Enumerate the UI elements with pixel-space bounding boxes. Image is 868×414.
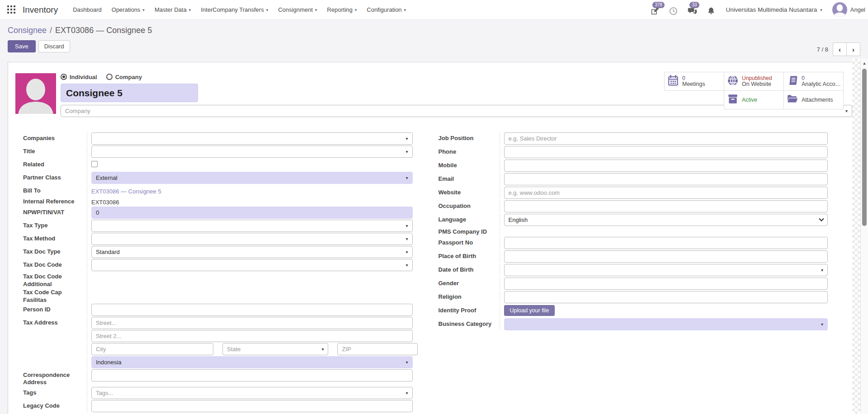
app-name[interactable]: Inventory (23, 5, 58, 15)
tax-doc-code-select[interactable]: ▾ (91, 259, 413, 271)
meetings-label: Meetings (682, 81, 705, 87)
tags-select[interactable]: Tags...▾ (91, 387, 413, 399)
pager-prev-button[interactable]: ‹ (833, 42, 847, 56)
notifications-button[interactable] (703, 1, 719, 18)
field-control-bill-to: EXT03086 — Consignee 5 (87, 185, 413, 195)
save-button[interactable]: Save (8, 40, 36, 52)
chevron-down-icon: ▾ (315, 8, 317, 12)
gender-input[interactable] (504, 278, 828, 290)
nav-item-master-data[interactable]: Master Data▾ (150, 0, 196, 19)
related-checkbox[interactable] (91, 161, 98, 167)
phone-input[interactable] (504, 146, 828, 158)
partner-class-select[interactable]: External▾ (91, 172, 413, 184)
breadcrumb-link[interactable]: Consignee (8, 26, 47, 35)
business-category-select[interactable]: ▾ (504, 318, 828, 330)
vertical-scrollbar[interactable]: ▲ (860, 59, 868, 414)
tax-method-select[interactable]: ▾ (91, 233, 413, 245)
chevron-down-icon: ▾ (403, 236, 408, 241)
job-position-input[interactable] (504, 132, 828, 145)
legacy-code-input[interactable] (91, 400, 413, 412)
company-name: Universitas Multimedia Nusantara (726, 6, 817, 13)
person-id-input[interactable] (91, 304, 413, 316)
tax-doc-type-select[interactable]: Standard▾ (91, 246, 413, 258)
analytic-accounts-button[interactable]: 0Analytic Acco… (783, 72, 844, 91)
record-avatar[interactable] (15, 73, 56, 114)
nav-item-dashboard[interactable]: Dashboard (68, 0, 107, 19)
field-row-tags: TagsTags...▾ (15, 387, 413, 399)
field-row-website: Website (431, 187, 828, 199)
chevron-down-icon: ▾ (403, 136, 408, 141)
smart-buttons: 0MeetingsUnpublishedOn Website0Analytic … (665, 72, 844, 109)
field-control-tax-doc-code-additional (87, 272, 413, 288)
place-of-birth-input[interactable] (504, 250, 828, 263)
tax-type-select[interactable]: ▾ (91, 220, 413, 232)
npwp-tin-vat-input[interactable] (91, 207, 413, 219)
bill-to-link[interactable]: EXT03086 — Consignee 5 (91, 186, 161, 195)
nav-item-label: Consignment (278, 6, 313, 13)
record-name-input[interactable] (61, 84, 198, 102)
discard-button[interactable]: Discard (38, 40, 70, 52)
companies-select[interactable]: ▾ (91, 132, 413, 145)
correspondence-address-input[interactable] (91, 369, 413, 381)
field-control-tax-type: ▾ (87, 220, 413, 232)
chat-button[interactable]: 33 (684, 1, 701, 18)
company-switcher[interactable]: Universitas Multimedia Nusantara ▾ (721, 6, 826, 13)
chevron-down-icon: ▾ (403, 149, 408, 154)
nav-item-intercompany-transfers[interactable]: InterCompany Transfers▾ (196, 0, 273, 19)
on-website-button[interactable]: UnpublishedOn Website (724, 72, 784, 91)
field-control-internal-reference: EXT03086 (87, 196, 413, 206)
website-input[interactable] (504, 187, 828, 199)
pager-next-button[interactable]: › (846, 42, 860, 56)
messaging-button[interactable]: 378 (646, 1, 663, 18)
field-control-tax-code-cap-fasilitas (87, 288, 413, 304)
nav-item-operations[interactable]: Operations▾ (107, 0, 150, 19)
meetings-button[interactable]: 0Meetings (664, 72, 724, 91)
city-input[interactable] (91, 343, 213, 355)
mobile-input[interactable] (504, 160, 828, 172)
radio-individual[interactable]: Individual (61, 74, 97, 80)
scroll-up-icon[interactable]: ▲ (861, 59, 868, 66)
street2-input[interactable] (91, 330, 413, 342)
religion-input[interactable] (504, 291, 828, 303)
field-control-related (87, 159, 413, 171)
title-select[interactable]: ▾ (91, 146, 413, 158)
field-row-legacy-code: Legacy Code (15, 400, 413, 412)
street-input[interactable] (91, 317, 413, 329)
apps-menu-icon[interactable] (7, 5, 16, 14)
nav-item-label: Configuration (367, 6, 401, 13)
nav-item-consignment[interactable]: Consignment▾ (273, 0, 322, 19)
zip-input[interactable] (337, 343, 418, 355)
top-navbar: Inventory DashboardOperations▾Master Dat… (0, 0, 868, 20)
identity-proof-upload-button[interactable]: Upload your file (504, 305, 555, 316)
radio-company[interactable]: Company (106, 74, 142, 80)
email-input[interactable] (504, 173, 828, 185)
field-label-passport-no: Passport No (431, 237, 500, 249)
passport-no-input[interactable] (504, 237, 828, 249)
attachments-button[interactable]: Attachments (783, 90, 844, 109)
country-select[interactable]: Indonesia▾ (91, 356, 413, 368)
nav-item-configuration[interactable]: Configuration▾ (362, 0, 411, 19)
radio-circle-icon (106, 74, 113, 80)
active-button[interactable]: Active (724, 90, 784, 109)
nav-item-reporting[interactable]: Reporting▾ (322, 0, 362, 19)
field-row-correspondence-address: Correspondence Address (15, 369, 413, 386)
book-icon (787, 75, 798, 88)
field-row-bill-to: Bill ToEXT03086 — Consignee 5 (15, 185, 413, 195)
calendar-icon (667, 75, 679, 88)
field-control-title: ▾ (87, 146, 413, 158)
partner-class-value: External (96, 174, 118, 181)
chevron-down-icon: ▾ (404, 8, 406, 12)
occupation-input[interactable] (504, 200, 828, 212)
field-row-tax-method: Tax Method▾ (15, 233, 413, 245)
chevron-down-icon: ▾ (266, 8, 269, 12)
field-row-tax-doc-code: Tax Doc Code▾ (15, 259, 413, 271)
activities-button[interactable] (665, 1, 682, 18)
language-select[interactable]: English (504, 214, 828, 226)
date-of-birth-select[interactable]: ▾ (504, 264, 828, 276)
field-row-country: Indonesia▾ (15, 356, 413, 368)
state-select[interactable]: State▾ (222, 343, 328, 355)
messages-badge: 378 (652, 2, 665, 8)
city-state-zip-row: State▾ (91, 343, 413, 355)
user-menu[interactable]: Angel (829, 2, 866, 17)
scrollbar-thumb[interactable] (862, 69, 867, 226)
